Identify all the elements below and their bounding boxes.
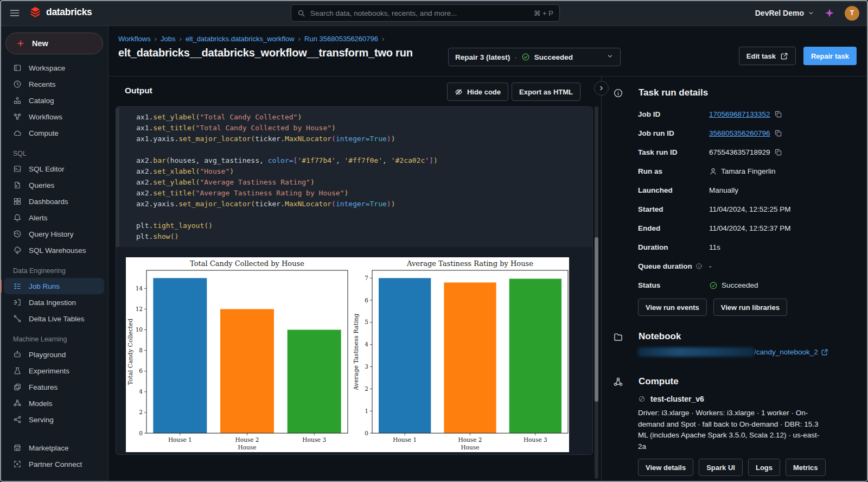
breadcrumb-link[interactable]: elt_databricks.databricks_workflow	[186, 35, 295, 43]
sidebar-item-label: Partner Connect	[29, 460, 82, 468]
svg-text:1: 1	[365, 408, 368, 414]
scrollbar-thumb[interactable]	[595, 237, 598, 402]
collapse-panel-button[interactable]	[594, 81, 609, 96]
sidebar-item-label: Job Runs	[29, 282, 60, 290]
breadcrumb-separator: ›	[298, 35, 301, 43]
copy-icon	[774, 110, 782, 118]
assistant-sparkle-icon[interactable]	[824, 8, 835, 18]
detail-label: Ended	[638, 224, 660, 232]
edit-task-button[interactable]: Edit task	[739, 47, 796, 65]
cluster-description: Driver: i3.xlarge · Workers: i3.xlarge ·…	[638, 408, 820, 452]
sidebar-item-data-ingestion[interactable]: Data Ingestion	[0, 294, 108, 310]
output-scrollbar[interactable]	[595, 106, 598, 479]
new-button[interactable]: New	[5, 33, 103, 54]
workspace-name: DevRel Demo	[755, 9, 804, 17]
sidebar-item-playground[interactable]: Playground	[0, 346, 108, 363]
svg-text:8: 8	[139, 347, 143, 353]
sidebar-item-compute[interactable]: Compute	[0, 125, 108, 141]
sidebar-item-alerts[interactable]: Alerts	[0, 210, 108, 226]
detail-value: 11/04/2024, 12:52:25 PM	[709, 205, 791, 213]
breadcrumb-separator: ›	[382, 35, 384, 43]
sidebar-item-sql-editor[interactable]: SQL Editor	[0, 161, 108, 177]
detail-label: Task run ID	[638, 148, 678, 156]
hide-code-button[interactable]: Hide code	[447, 83, 508, 101]
sidebar-item-experiments[interactable]: Experiments	[0, 363, 108, 379]
code-line: ax2.set_title("Average Tastiness Rating …	[136, 188, 592, 199]
cluster-name[interactable]: test-cluster_v6	[650, 395, 704, 403]
folder-icon	[613, 332, 623, 342]
breadcrumb-link[interactable]: Jobs	[161, 35, 175, 43]
code-line	[136, 144, 592, 155]
run-selector-dropdown[interactable]: Repair 3 (latest) · Succeeded	[448, 48, 621, 66]
run-selector-label: Repair 3 (latest)	[455, 53, 510, 61]
detail-value: Manually	[709, 186, 738, 194]
search-icon	[297, 9, 305, 17]
svg-text:14: 14	[136, 285, 143, 291]
sidebar-item-queries[interactable]: Queries	[0, 177, 108, 193]
copy-icon[interactable]	[774, 148, 782, 156]
databricks-logo[interactable]: databricks	[29, 6, 92, 18]
view-run-events-button[interactable]: View run events	[638, 299, 707, 316]
breadcrumb-link[interactable]: Run 356805356260796	[304, 35, 378, 43]
breadcrumb-link[interactable]: Workflows	[118, 35, 151, 43]
detail-row-job-id: Job ID170569687133352	[638, 105, 867, 124]
copy-icon[interactable]	[774, 110, 782, 118]
detail-label: Duration	[638, 243, 668, 251]
avatar[interactable]: T	[845, 6, 859, 21]
sidebar-item-partner-connect[interactable]: Partner Connect	[0, 456, 108, 472]
sidebar-item-workflows[interactable]: Workflows	[0, 109, 108, 125]
sidebar-item-job-runs[interactable]: Job Runs	[4, 278, 104, 294]
sidebar-item-recents[interactable]: Recents	[0, 76, 108, 92]
logs-button[interactable]: Logs	[748, 459, 780, 476]
export-html-button[interactable]: Export as HTML	[512, 83, 580, 101]
notebook-link-label: /candy_notebook_2	[754, 348, 818, 356]
code-block[interactable]: ax1.set_ylabel("Total Candy Collected")a…	[116, 107, 592, 247]
sidebar: New WorkspaceRecentsCatalogWorkflowsComp…	[0, 26, 108, 482]
chevron-down-icon	[808, 10, 814, 16]
id-link[interactable]: 356805356260796	[709, 129, 770, 137]
sidebar-item-models[interactable]: Models	[0, 395, 108, 411]
view-details-button[interactable]: View details	[638, 459, 693, 476]
repair-task-button[interactable]: Repair task	[803, 47, 857, 65]
spark-ui-button[interactable]: Spark UI	[699, 459, 743, 476]
status-badge: Succeeded	[722, 281, 758, 289]
sidebar-item-query-history[interactable]: Query History	[0, 226, 108, 242]
sidebar-item-catalog[interactable]: Catalog	[0, 92, 108, 109]
sidebar-item-features[interactable]: Features	[0, 379, 108, 395]
view-run-libraries-button[interactable]: View run libraries	[713, 299, 787, 316]
workspace-switcher[interactable]: DevRel Demo	[755, 9, 814, 17]
code-line: plt.tight_layout()	[136, 220, 592, 231]
sidebar-item-marketplace[interactable]: Marketplace	[0, 440, 108, 456]
notebook-link[interactable]: /candy_notebook_2	[754, 348, 828, 356]
check-circle-icon	[709, 281, 718, 290]
sidebar-item-label: Queries	[29, 181, 54, 189]
sidebar-gap	[0, 428, 108, 440]
output-figure: Total Candy Collected by HouseTotal Cand…	[126, 257, 569, 452]
svg-text:House: House	[238, 444, 257, 451]
sidebar-item-delta-live-tables[interactable]: Delta Live Tables	[0, 310, 108, 327]
global-search-input[interactable]: Search data, notebooks, recents, and mor…	[291, 4, 560, 22]
detail-value: -	[709, 262, 712, 270]
id-link[interactable]: 170569687133352	[709, 110, 770, 118]
redacted-notebook-path	[638, 347, 754, 357]
sidebar-item-dashboards[interactable]: Dashboards	[0, 193, 108, 210]
robot-icon	[13, 350, 22, 359]
sidebar-item-workspace[interactable]: Workspace	[0, 60, 108, 76]
sidebar-item-serving[interactable]: Serving	[0, 411, 108, 428]
sidebar-item-sql-warehouses[interactable]: SQL Warehouses	[0, 242, 108, 258]
copy-icon	[774, 148, 782, 156]
workspace-icon	[13, 64, 22, 72]
sidebar-item-label: SQL Editor	[29, 165, 65, 173]
detail-row-launched: LaunchedManually	[638, 181, 867, 200]
edit-task-label: Edit task	[746, 52, 776, 60]
job-runs-icon	[13, 282, 22, 290]
copy-icon[interactable]	[774, 129, 782, 137]
sidebar-item-label: Delta Live Tables	[29, 315, 85, 323]
svg-text:House: House	[461, 444, 480, 451]
metrics-button[interactable]: Metrics	[786, 459, 826, 476]
ingestion-icon	[13, 298, 22, 307]
person-icon	[709, 167, 717, 175]
svg-text:10: 10	[136, 326, 143, 333]
svg-text:7: 7	[365, 275, 368, 281]
menu-icon[interactable]	[9, 7, 21, 19]
